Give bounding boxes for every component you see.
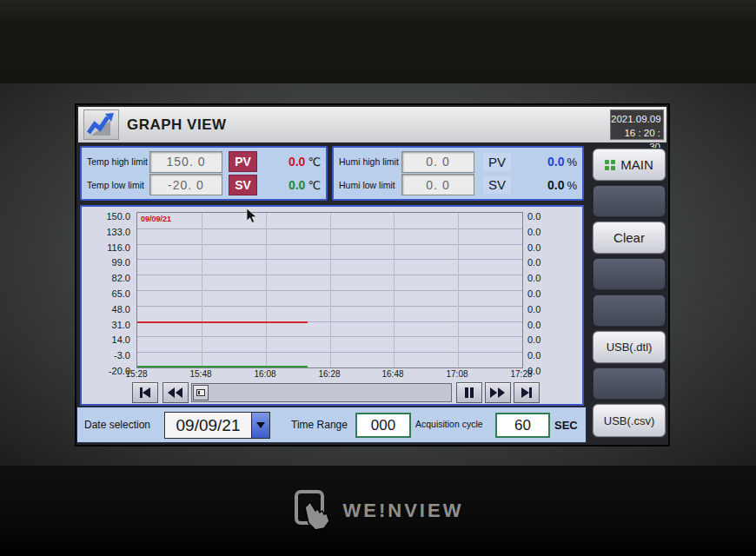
date-selection-dropdown[interactable]: 09/09/21 xyxy=(164,412,270,439)
unit-label: ℃ xyxy=(308,179,321,192)
temperature-pv-line xyxy=(137,321,308,323)
blank-button-4 xyxy=(593,367,666,400)
hmi-screen: GRAPH VIEW 2021.09.09 16 : 20 : 30 Temp … xyxy=(76,105,668,445)
graph-panel: 09/09/21 150.0133.0116.099.082.065.048.0… xyxy=(80,205,584,406)
skip-start-button[interactable] xyxy=(132,382,158,403)
unit-label: ℃ xyxy=(308,156,321,169)
time-range-label: Time Range xyxy=(291,419,348,431)
y-axis-right-tick-label: 0.0 xyxy=(527,273,554,283)
bezel-top xyxy=(0,0,756,83)
button-label: USB(.csv) xyxy=(604,414,655,427)
temp-limit-panel: Temp high limit150. 0PV0.0℃Temp low limi… xyxy=(80,146,328,201)
x-axis-tick-label: 15:48 xyxy=(182,369,220,379)
y-axis-right-tick-label: 0.0 xyxy=(527,334,554,345)
y-axis-right-tick-label: 0.0 xyxy=(527,366,554,376)
title-bar: GRAPH VIEW 2021.09.09 16 : 20 : 30 xyxy=(78,107,666,142)
plot-area: 09/09/21 xyxy=(136,212,523,368)
y-axis-right-tick-label: 0.0 xyxy=(527,288,554,299)
pv-tag: PV xyxy=(483,153,511,171)
y-axis-tick-label: 65.0 xyxy=(82,288,130,299)
usb-dtl-button[interactable]: USB(.dtl) xyxy=(593,331,666,363)
button-label: MAIN xyxy=(620,157,653,172)
x-axis-tick-label: 15:28 xyxy=(117,369,156,379)
v-gridline xyxy=(266,213,267,367)
rewind-button[interactable] xyxy=(162,382,189,403)
y-axis-tick-label: 150.0 xyxy=(82,211,130,222)
limit-label: Temp low limit xyxy=(87,180,149,190)
limit-label: Humi low limit xyxy=(339,180,401,190)
x-axis-tick-label: 16:48 xyxy=(374,369,412,379)
v-gridline xyxy=(458,213,459,367)
temp-sv-value: 0.0 xyxy=(288,178,305,192)
bezel-bottom: WE!NVIEW xyxy=(0,466,756,556)
humi-limit-input[interactable]: 0. 0 xyxy=(401,174,474,195)
main-button[interactable]: MAIN xyxy=(593,149,666,181)
graph-view-icon xyxy=(83,109,119,140)
datetime-display: 2021.09.09 16 : 20 : 30 xyxy=(610,109,664,140)
y-axis-right-tick-label: 0.0 xyxy=(527,227,554,237)
blank-button-2 xyxy=(593,258,666,290)
y-axis-right-tick-label: 0.0 xyxy=(527,242,554,253)
temp-limit-input[interactable]: 150. 0 xyxy=(149,151,222,173)
pv-tag: PV xyxy=(229,151,257,172)
humi-limit-input[interactable]: 0. 0 xyxy=(401,151,474,173)
sec-unit-label: SEC xyxy=(554,419,578,432)
y-axis-tick-label: 82.0 xyxy=(82,273,130,283)
button-label: Clear xyxy=(613,230,645,245)
acquisition-cycle-field[interactable]: 60 xyxy=(495,413,550,438)
fast-forward-button[interactable] xyxy=(485,382,511,403)
date-selection-value: 09/09/21 xyxy=(165,416,251,435)
blank-button-1 xyxy=(593,185,666,217)
scrollbar-thumb[interactable] xyxy=(193,385,209,400)
date-selection-label: Date selection xyxy=(84,419,150,431)
y-axis-left: 150.0133.0116.099.082.065.048.031.014.0-… xyxy=(82,212,133,386)
humi-pv-value: 0.0 xyxy=(547,155,564,169)
y-axis-right-tick-label: 0.0 xyxy=(527,211,554,222)
temp-pv-value: 0.0 xyxy=(288,155,305,169)
time-range-field[interactable]: 000 xyxy=(355,413,411,438)
unit-label: % xyxy=(567,156,577,169)
x-axis-tick-label: 16:08 xyxy=(246,369,284,379)
v-gridline xyxy=(330,213,331,367)
date-text: 2021.09.09 xyxy=(611,112,660,126)
skip-end-button[interactable] xyxy=(514,382,540,403)
dropdown-arrow-button[interactable] xyxy=(251,413,269,438)
y-axis-right-tick-label: 0.0 xyxy=(527,257,554,268)
page-title: GRAPH VIEW xyxy=(127,116,227,134)
usb-csv-button[interactable]: USB(.csv) xyxy=(593,404,666,437)
y-axis-tick-label: 48.0 xyxy=(82,304,130,314)
touch-hand-icon xyxy=(293,490,333,532)
y-axis-tick-label: 99.0 xyxy=(82,257,130,268)
x-axis-tick-label: 17:28 xyxy=(502,369,540,379)
y-axis-tick-label: -20.0 xyxy=(82,366,130,376)
y-axis-right-tick-label: 0.0 xyxy=(527,304,554,314)
chevron-down-icon xyxy=(256,422,265,428)
blank-button-3 xyxy=(593,295,666,327)
mouse-cursor xyxy=(247,208,257,228)
y-axis-tick-label: 31.0 xyxy=(82,320,130,330)
weinview-logo: WE!NVIEW xyxy=(293,490,464,532)
y-axis-tick-label: -3.0 xyxy=(82,350,130,361)
temp-limit-input[interactable]: -20. 0 xyxy=(149,174,222,195)
sv-tag: SV xyxy=(229,175,257,195)
x-axis-tick-label: 17:08 xyxy=(438,369,476,379)
y-axis-tick-label: 133.0 xyxy=(82,227,130,237)
y-axis-tick-label: 116.0 xyxy=(82,242,130,253)
acquisition-cycle-label: Acquisition cycle xyxy=(415,419,483,429)
x-axis: 15:2815:4816:0816:2816:4817:0817:28 xyxy=(136,369,523,381)
temp-limit-row: Temp high limit150. 0PV0.0℃ xyxy=(87,150,321,174)
temp-limit-row: Temp low limit-20. 0SV0.0℃ xyxy=(87,174,321,197)
humi-limit-row: Humi high limit0. 0PV0.0% xyxy=(339,150,577,174)
humi-limit-panel: Humi high limit0. 0PV0.0%Humi low limit0… xyxy=(332,146,584,201)
unit-label: % xyxy=(567,179,577,192)
logo-text: WE!NVIEW xyxy=(343,500,464,522)
plot-date-annotation: 09/09/21 xyxy=(141,215,171,223)
humidity-pv-line xyxy=(137,366,308,367)
playback-scrollbar[interactable] xyxy=(191,383,452,402)
y-axis-right-tick-label: 0.0 xyxy=(527,350,554,361)
pause-button[interactable] xyxy=(456,382,482,403)
v-gridline xyxy=(394,213,395,367)
button-label: USB(.dtl) xyxy=(607,341,653,354)
clear-button[interactable]: Clear xyxy=(593,222,666,254)
grid-icon xyxy=(605,160,615,170)
